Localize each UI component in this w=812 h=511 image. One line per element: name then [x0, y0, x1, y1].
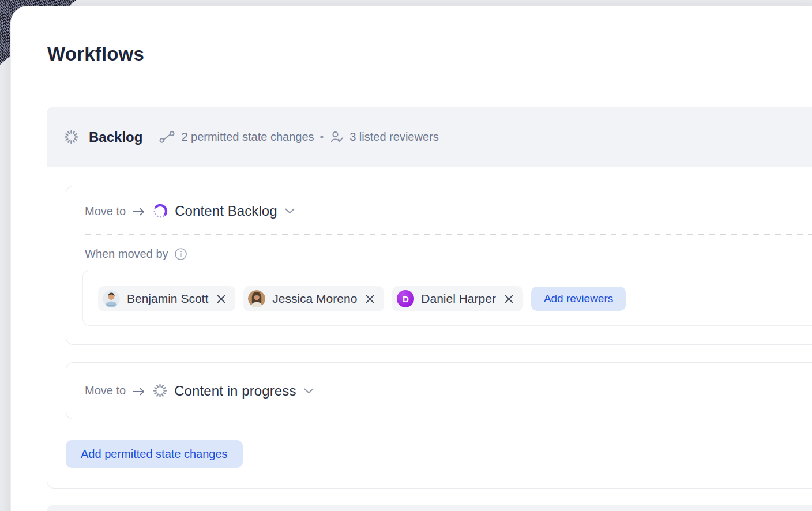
target-state-select[interactable]: Content in progress	[152, 383, 313, 399]
move-arrow-icon	[132, 387, 145, 396]
avatar-jessica-moreno	[248, 290, 265, 307]
state-name: Backlog	[89, 129, 142, 145]
chevron-down-icon	[285, 208, 295, 214]
transition-card-content-backlog: Move to	[66, 186, 812, 345]
target-state-name: Content Backlog	[175, 203, 277, 219]
move-to-row: Move to Content in progress	[66, 363, 812, 419]
next-workflow-section-header[interactable]	[47, 505, 812, 511]
chevron-down-icon	[304, 388, 314, 394]
page-card: Workflows Backlog 2 permitted state c	[10, 6, 812, 511]
transition-card-content-in-progress: Move to Content in progress	[66, 362, 812, 419]
add-permitted-state-changes-button[interactable]: Add permitted state changes	[66, 440, 243, 468]
meta-separator: •	[320, 131, 324, 144]
reviewer-chip: Benjamin Scott	[98, 286, 235, 311]
add-reviewers-button[interactable]: Add reviewers	[531, 287, 626, 311]
reviewer-list: Benjamin Scott	[82, 270, 812, 326]
reviewer-chip: Jessica Moreno	[243, 286, 384, 311]
move-to-row: Move to	[66, 186, 812, 220]
when-moved-by-row: When moved by	[85, 247, 812, 261]
remove-reviewer-icon[interactable]	[216, 294, 227, 305]
move-to-label: Move to	[85, 205, 126, 218]
target-state-name: Content in progress	[174, 383, 296, 399]
workflow-section-backlog: Backlog 2 permitted state changes •	[47, 107, 812, 489]
reviewer-name: Jessica Moreno	[272, 292, 357, 306]
content-backlog-spinner-icon	[152, 203, 168, 219]
state-changes-icon	[158, 129, 176, 145]
target-state-select[interactable]: Content Backlog	[152, 203, 295, 219]
reviewer-name: Daniel Harper	[421, 292, 496, 306]
move-arrow-icon	[132, 207, 145, 216]
move-to-label: Move to	[85, 384, 126, 397]
workflow-section-body: Move to	[47, 167, 812, 488]
dashed-divider	[85, 234, 812, 235]
workflow-section-header[interactable]: Backlog 2 permitted state changes •	[47, 107, 812, 167]
remove-reviewer-icon[interactable]	[364, 294, 375, 305]
reviewer-chip: D Daniel Harper	[392, 286, 523, 311]
when-moved-by-label: When moved by	[85, 247, 168, 261]
avatar-benjamin-scott	[103, 290, 120, 307]
content-in-progress-spinner-icon	[152, 383, 168, 399]
reviewers-icon	[329, 130, 344, 145]
backlog-state-spinner-icon	[63, 129, 79, 145]
page-title: Workflows	[47, 43, 812, 65]
reviewers-count: 3 listed reviewers	[349, 130, 439, 144]
reviewer-name: Benjamin Scott	[127, 292, 208, 306]
info-icon[interactable]	[174, 247, 187, 261]
state-changes-count: 2 permitted state changes	[181, 130, 314, 144]
avatar-daniel-harper: D	[397, 290, 414, 307]
remove-reviewer-icon[interactable]	[503, 294, 514, 305]
header-meta: 2 permitted state changes • 3 listed rev…	[158, 129, 438, 145]
